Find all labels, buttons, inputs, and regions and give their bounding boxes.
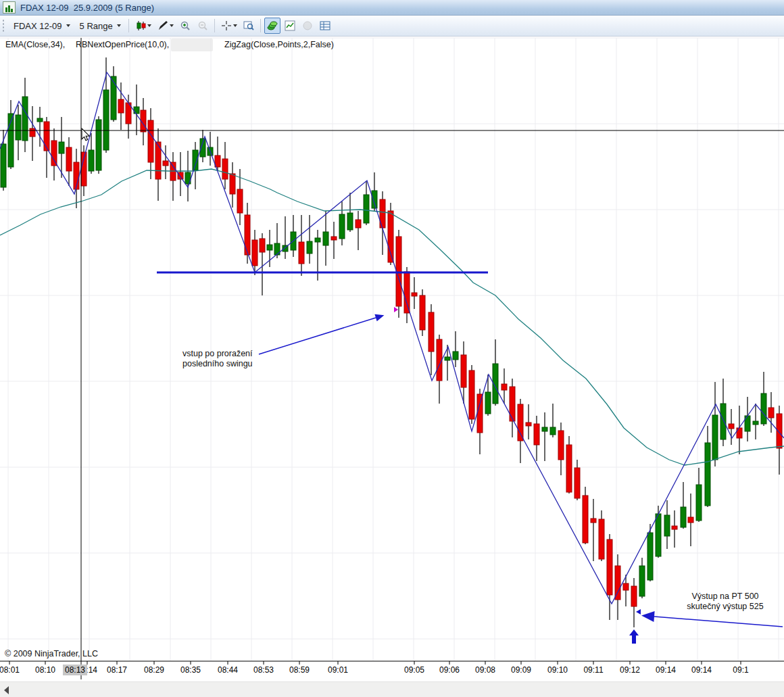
chevron-down-icon [66,24,70,27]
instrument-selector[interactable]: FDAX 12-09 [9,18,75,34]
price-chart[interactable] [0,0,784,697]
rb-indicator-label: RBNextOpenPrice(10,0), [76,40,169,49]
zoom-out-icon[interactable] [195,18,211,34]
zoom-in-icon[interactable] [177,18,193,34]
instrument-label: FDAX 12-09 [14,21,62,31]
data-box-icon[interactable] [241,18,257,34]
exit-annotation: Výstup na PT 500 skutečný výstup 525 [674,592,777,612]
entry-annotation: vstup po proražení posledního swingu [182,349,253,369]
draw-tool-icon[interactable] [155,18,171,34]
crosshair-icon[interactable] [218,18,235,34]
chevron-down-icon [170,24,174,27]
copyright-text: © 2009 NinjaTrader, LLC [5,649,98,658]
chart-trader-icon[interactable] [264,18,280,34]
mini-chart-icon[interactable] [282,18,298,34]
zigzag-indicator-label: ZigZag(Close,Points,2,False) [224,40,334,49]
toolbar: FDAX 12-09 5 Range [0,16,784,37]
entry-annotation-line1: vstup po proražení [182,349,253,359]
window-title: FDAX 12-09 25.9.2009 (5 Range) [20,3,154,13]
chevron-down-icon [233,24,237,27]
period-selector[interactable]: 5 Range [75,18,126,34]
entry-annotation-line2: posledního swingu [182,359,253,369]
candlestick-style-icon[interactable] [132,18,149,34]
period-label: 5 Range [80,21,113,31]
scroll-left-icon[interactable] [4,686,9,694]
toolbar-separator [260,19,261,32]
ema-indicator-label: EMA(Close,34), [5,40,65,49]
globe-icon[interactable] [299,18,316,34]
toolbar-separator [214,19,215,32]
chevron-down-icon [147,24,151,27]
indicator-labels-row: EMA(Close,34), RBNextOpenPrice(10,0), Zi… [0,40,784,52]
grid-icon[interactable] [317,18,333,34]
exit-annotation-line2: skutečný výstup 525 [674,602,777,612]
chevron-down-icon [117,24,121,27]
ninjatrader-chart-window: { "window": { "title": "FDAX 12-09 25.9.… [0,0,784,697]
horizontal-scrollbar[interactable] [0,681,784,697]
hidden-indicator-label [171,39,213,51]
toolbar-grip-handle[interactable] [1,18,6,33]
window-titlebar: FDAX 12-09 25.9.2009 (5 Range) [0,0,784,16]
exit-annotation-line1: Výstup na PT 500 [674,592,777,602]
chart-window-icon [3,1,16,14]
toolbar-separator [128,19,129,32]
